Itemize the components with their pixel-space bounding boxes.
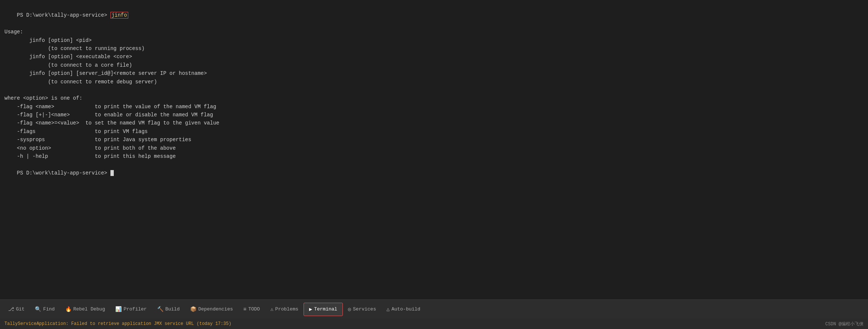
terminal-icon: ▶ bbox=[309, 306, 312, 312]
todo-icon: ≡ bbox=[243, 306, 246, 312]
terminal-line: (to connect to remote debug server) bbox=[4, 78, 864, 86]
find-icon: 🔍 bbox=[35, 306, 41, 312]
terminal-line: jinfo [option] <executable <core> bbox=[4, 53, 864, 61]
toolbar-git-label: Git bbox=[16, 306, 24, 312]
terminal-line: -sysprops to print Java system propertie… bbox=[4, 136, 864, 144]
toolbar-problems[interactable]: ⚠ Problems bbox=[265, 303, 304, 316]
toolbar-todo[interactable]: ≡ TODO bbox=[238, 303, 265, 316]
toolbar-rebel-debug[interactable]: 🔥 Rebel Debug bbox=[60, 303, 110, 316]
prompt: PS D:\work\tally-app-service> bbox=[17, 170, 110, 176]
profiler-icon: 📊 bbox=[115, 306, 122, 312]
terminal-line: where <option> is one of: bbox=[4, 94, 864, 102]
terminal-line: -flag <name>=<value> to set the named VM… bbox=[4, 119, 864, 127]
auto-build-icon: △ bbox=[387, 306, 390, 312]
terminal-line: (to connect to a core file) bbox=[4, 61, 864, 69]
dependencies-icon: 📦 bbox=[190, 306, 196, 312]
status-message: TallyServiceApplication: Failed to retri… bbox=[4, 321, 231, 326]
terminal-line: -flag [+|-]<name> to enable or disable t… bbox=[4, 111, 864, 119]
toolbar-dependencies[interactable]: 📦 Dependencies bbox=[185, 303, 238, 316]
git-icon: ⎇ bbox=[8, 306, 14, 312]
toolbar-terminal[interactable]: ▶ Terminal bbox=[304, 303, 343, 316]
rebel-debug-icon: 🔥 bbox=[65, 306, 72, 312]
terminal-prompt-cursor[interactable]: PS D:\work\tally-app-service> bbox=[4, 160, 864, 185]
toolbar-todo-label: TODO bbox=[248, 306, 260, 312]
toolbar-find[interactable]: 🔍 Find bbox=[30, 303, 60, 316]
bottom-toolbar: ⎇ Git 🔍 Find 🔥 Rebel Debug 📊 Profiler 🔨 … bbox=[0, 299, 868, 319]
terminal-line: -h | -help to print this help message bbox=[4, 152, 864, 160]
toolbar-profiler-label: Profiler bbox=[123, 306, 146, 312]
toolbar-problems-label: Problems bbox=[275, 306, 298, 312]
terminal-line: Usage: bbox=[4, 28, 864, 36]
toolbar-services-label: Services bbox=[353, 306, 376, 312]
problems-icon: ⚠ bbox=[270, 306, 273, 312]
cursor bbox=[110, 170, 114, 176]
toolbar-dependencies-label: Dependencies bbox=[198, 306, 233, 312]
status-bar: TallyServiceApplication: Failed to retri… bbox=[0, 319, 868, 329]
toolbar-rebel-debug-label: Rebel Debug bbox=[73, 306, 105, 312]
terminal-line: <no option> to print both of the above bbox=[4, 144, 864, 152]
terminal-line: -flag <name> to print the value of the n… bbox=[4, 103, 864, 111]
command: jinfo bbox=[110, 12, 128, 19]
status-right-text: CSDN @编程小飞侠 bbox=[825, 321, 864, 327]
toolbar-find-label: Find bbox=[43, 306, 54, 312]
terminal-line bbox=[4, 86, 864, 94]
toolbar-build[interactable]: 🔨 Build bbox=[152, 303, 185, 316]
toolbar-profiler[interactable]: 📊 Profiler bbox=[110, 303, 152, 316]
services-icon: ◎ bbox=[348, 306, 351, 312]
terminal-line: PS D:\work\tally-app-service> jinfo bbox=[4, 3, 864, 28]
toolbar-auto-build-label: Auto-build bbox=[391, 306, 420, 312]
toolbar-build-label: Build bbox=[165, 306, 180, 312]
terminal-line: jinfo [option] [server_id@]<remote serve… bbox=[4, 69, 864, 77]
toolbar-terminal-label: Terminal bbox=[314, 306, 337, 312]
toolbar-auto-build[interactable]: △ Auto-build bbox=[381, 303, 425, 316]
build-icon: 🔨 bbox=[157, 306, 163, 312]
prompt: PS D:\work\tally-app-service> bbox=[17, 12, 110, 18]
terminal-line: -flags to print VM flags bbox=[4, 127, 864, 136]
toolbar-git[interactable]: ⎇ Git bbox=[3, 303, 30, 316]
toolbar-services[interactable]: ◎ Services bbox=[343, 303, 381, 316]
terminal-output: PS D:\work\tally-app-service> jinfo Usag… bbox=[0, 0, 868, 299]
terminal-line: (to connect to running process) bbox=[4, 44, 864, 53]
terminal-line: jinfo [option] <pid> bbox=[4, 36, 864, 44]
